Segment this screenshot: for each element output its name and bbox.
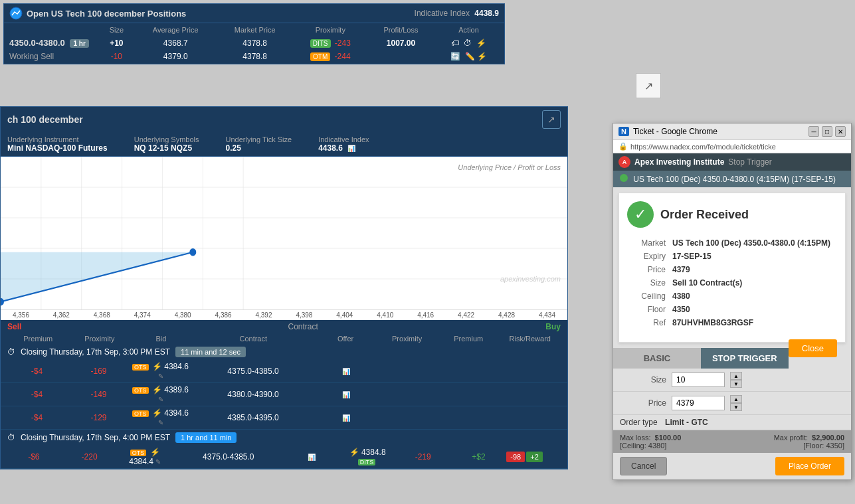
max-loss-info: Max loss: $100.00 [Ceiling: 4380] — [620, 434, 681, 450]
cancel-button[interactable]: Cancel — [620, 457, 667, 475]
export-button[interactable]: ↗ — [636, 73, 661, 98]
price-label: Price — [620, 398, 666, 408]
clock-icon-3: ⏱ — [7, 433, 15, 442]
url-text: https://www.nadex.com/fe/module/ticket/t… — [630, 143, 776, 151]
edit-icon[interactable]: ✏️ — [465, 52, 475, 61]
col-header-profit: Profit/Loss — [369, 25, 433, 35]
index-display: Indicative Index 4438.9 — [415, 9, 499, 18]
col-header-size: Size — [100, 25, 134, 35]
ticket-panel: N Ticket - Google Chrome ─ □ ✕ 🔒 https:/… — [613, 123, 852, 480]
table-row: 4350.0-4380.0 1 hr +10 4368.7 4378.8 DIT… — [5, 37, 503, 49]
apex-bar: A Apex Investing Institute Stop Trigger — [613, 153, 851, 171]
underlying-instrument: Underlying Instrument Mini NASDAQ-100 Fu… — [7, 135, 108, 153]
url-bar: 🔒 https://www.nadex.com/fe/module/ticket… — [613, 140, 851, 153]
window-controls: ─ □ ✕ — [808, 126, 846, 137]
check-circle: ✓ — [627, 201, 654, 228]
bottom-info: Max loss: $100.00 [Ceiling: 4380] Max pr… — [613, 430, 851, 453]
chart-label: Underlying Price / Profit or Loss — [458, 163, 561, 171]
closing-banner-2: ⏱ Closing Thursday, 17th Sep, 4:00 PM ES… — [1, 430, 567, 446]
order-row-ceiling: Ceiling 4380 — [628, 290, 836, 302]
size-label: Size — [620, 375, 666, 384]
price-down-button[interactable]: ▼ — [730, 403, 742, 411]
underlying-symbols: Underlying Symbols NQ 12-15 NQZ5 — [134, 135, 199, 153]
export-icon: ↗ — [644, 80, 653, 92]
max-profit-info: Max profit: $2,900.00 [Floor: 4350] — [774, 434, 844, 450]
action-row: Cancel Place Order — [613, 453, 851, 479]
order-type-row: Order type Limit - GTC — [613, 415, 851, 430]
flash2-icon[interactable]: ⚡ — [477, 52, 487, 61]
tab-stop-trigger[interactable]: STOP TRIGGER — [701, 348, 789, 369]
form-price-row: Price ▲ ▼ — [613, 392, 851, 415]
browser-title: Ticket - Google Chrome — [633, 127, 808, 136]
form-size-row: Size ▲ ▼ — [613, 369, 851, 392]
chart-area: Underlying Price / Profit or Loss apexin… — [1, 157, 567, 309]
col-header-avg-price: Average Price — [135, 25, 217, 35]
chart-info-row: Underlying Instrument Mini NASDAQ-100 Fu… — [1, 132, 567, 157]
market-row-1: -$4 -169 OTS ⚡ 4384.6 ✎ 4375.0-4385.0 📊 — [1, 360, 567, 383]
size-up-button[interactable]: ▲ — [730, 372, 742, 380]
col-header-proximity: Proximity — [294, 25, 367, 35]
clock-icon[interactable]: ⏱ — [464, 39, 472, 48]
order-row-ref: Ref 87UHVHMB8G3RGSF — [628, 317, 836, 329]
order-title: Order Received — [660, 208, 749, 222]
browser-logo: N — [618, 127, 629, 136]
instrument-label: US Tech 100 (Dec) 4350.0-4380.0 (4:15PM)… — [633, 175, 836, 184]
tick-size: Underlying Tick Size 0.25 — [226, 135, 292, 153]
tag-icon[interactable]: 🏷 — [451, 39, 459, 48]
apex-logo: A — [618, 156, 630, 168]
clock-icon-2: ⏱ — [7, 347, 15, 357]
size-down-button[interactable]: ▼ — [730, 380, 742, 388]
market-row-4: -$6 -220 OTS ⚡ 4384.4 ✎ 4375.0-4385.0 📊 … — [1, 446, 567, 469]
col-header-name — [5, 25, 98, 35]
chart-bar-icon: 📊 — [347, 145, 355, 152]
ticket-titlebar: N Ticket - Google Chrome ─ □ ✕ — [613, 124, 851, 140]
indicative-index: Indicative Index 4438.6 📊 — [318, 135, 369, 153]
positions-table: Size Average Price Market Price Proximit… — [4, 23, 504, 64]
order-row-floor: Floor 4350 — [628, 303, 836, 315]
positions-title: Open US Tech 100 december Positions — [9, 7, 186, 20]
positions-panel: Open US Tech 100 december Positions Indi… — [3, 3, 505, 64]
instrument-row: US Tech 100 (Dec) 4350.0-4380.0 (4:15PM)… — [613, 171, 851, 187]
price-spinner: ▲ ▼ — [730, 395, 742, 411]
order-row-price: Price 4379 — [628, 264, 836, 276]
maximize-button[interactable]: □ — [822, 126, 832, 137]
col-headers: Premium Proximity Bid Contract Offer Pro… — [1, 333, 567, 344]
market-row-2: -$4 -149 OTS ⚡ 4389.6 ✎ 4380.0-4390.0 📊 — [1, 383, 567, 406]
chart-header: ch 100 december ↗ — [1, 107, 567, 132]
order-details-table: Market US Tech 100 (Dec) 4350.0-4380.0 (… — [627, 236, 837, 330]
refresh-icon[interactable]: 🔄 — [450, 52, 460, 61]
tab-basic[interactable]: BASIC — [613, 348, 701, 369]
chart-panel: ch 100 december ↗ Underlying Instrument … — [0, 106, 568, 469]
green-dot — [620, 174, 628, 182]
lock-icon: 🔒 — [618, 142, 628, 151]
order-received-box: ✓ Order Received Market US Tech 100 (Dec… — [618, 193, 846, 343]
table-row: Working Sell -10 4379.0 4378.8 OTM -244 … — [5, 50, 503, 62]
chart-title: ch 100 december — [7, 114, 83, 125]
minimize-button[interactable]: ─ — [808, 126, 819, 137]
positions-header: Open US Tech 100 december Positions Indi… — [4, 4, 504, 23]
tab-row: BASIC STOP TRIGGER — [613, 348, 789, 369]
order-details: Market US Tech 100 (Dec) 4350.0-4380.0 (… — [627, 236, 837, 330]
place-order-button[interactable]: Place Order — [775, 457, 844, 475]
chart-icon — [9, 7, 23, 20]
closing-banner-1: ⏱ Closing Thursday, 17th Sep, 3:00 PM ES… — [1, 344, 567, 360]
size-spinner: ▲ ▼ — [730, 372, 742, 388]
close-order-button[interactable]: Close — [789, 339, 837, 357]
svg-point-13 — [189, 248, 196, 256]
order-row-expiry: Expiry 17-SEP-15 — [628, 250, 836, 262]
chart-svg — [1, 157, 567, 309]
chart-xaxis: 4,356 4,362 4,368 4,374 4,380 4,386 4,39… — [1, 309, 567, 320]
apex-subtitle: Stop Trigger — [728, 157, 771, 167]
close-button-browser[interactable]: ✕ — [835, 126, 846, 137]
price-input[interactable] — [672, 396, 725, 410]
col-header-market-price: Market Price — [218, 25, 292, 35]
order-header: ✓ Order Received — [627, 201, 837, 228]
size-input[interactable] — [672, 373, 725, 387]
flash-icon[interactable]: ⚡ — [476, 39, 486, 48]
order-row-market: Market US Tech 100 (Dec) 4350.0-4380.0 (… — [628, 237, 836, 249]
market-row-3: -$4 -129 OTS ⚡ 4394.6 ✎ 4385.0-4395.0 📊 — [1, 406, 567, 430]
chart-export-button[interactable]: ↗ — [542, 110, 561, 129]
sell-buy-row: Sell Contract Buy — [1, 320, 567, 333]
order-row-size: Size Sell 10 Contract(s) — [628, 277, 836, 289]
price-up-button[interactable]: ▲ — [730, 395, 742, 403]
